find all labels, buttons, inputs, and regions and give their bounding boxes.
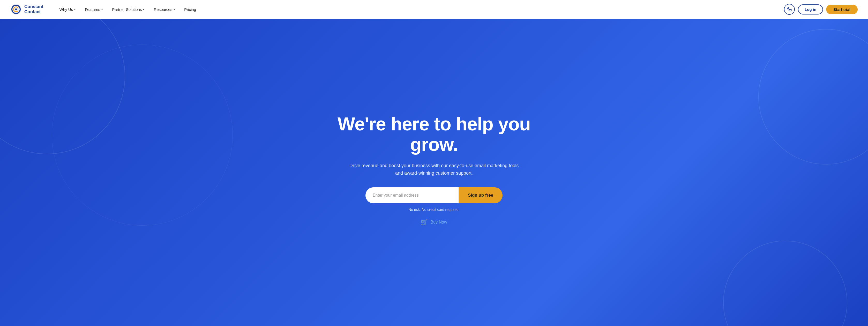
hero-subtitle: Drive revenue and boost your business wi…: [346, 162, 522, 177]
phone-button[interactable]: [784, 4, 795, 15]
chevron-down-icon: ▾: [143, 8, 144, 11]
nav-features[interactable]: Features ▾: [81, 5, 106, 14]
start-trial-button[interactable]: Start trial: [826, 5, 858, 14]
navbar-left: Constant Contact Why Us ▾ Features ▾ Par…: [10, 4, 200, 15]
logo[interactable]: Constant Contact: [10, 4, 43, 15]
hero-section: We're here to help you grow. Drive reven…: [0, 19, 868, 326]
navbar-right: Log in Start trial: [784, 4, 858, 15]
logo-line1: Constant: [24, 4, 43, 9]
navbar: Constant Contact Why Us ▾ Features ▾ Par…: [0, 0, 868, 19]
phone-icon: [787, 7, 792, 12]
nav-partner-solutions[interactable]: Partner Solutions ▾: [108, 5, 148, 14]
decorative-circle-3: [52, 45, 233, 226]
nav-why-us[interactable]: Why Us ▾: [56, 5, 80, 14]
chevron-down-icon: ▾: [174, 8, 175, 11]
chevron-down-icon: ▾: [101, 8, 103, 11]
nav-resources[interactable]: Resources ▾: [150, 5, 179, 14]
logo-text: Constant Contact: [24, 4, 43, 14]
login-button[interactable]: Log in: [798, 4, 823, 14]
buy-now-label: Buy Now: [430, 220, 447, 225]
logo-icon: [10, 4, 22, 15]
hero-form: Sign up free: [318, 187, 550, 203]
cart-icon: 🛒: [421, 219, 428, 226]
svg-point-1: [15, 8, 17, 10]
hero-title: We're here to help you grow.: [318, 114, 550, 155]
logo-line2: Contact: [24, 9, 43, 14]
chevron-down-icon: ▾: [74, 8, 75, 11]
email-input[interactable]: [366, 187, 459, 203]
nav-links: Why Us ▾ Features ▾ Partner Solutions ▾ …: [56, 5, 200, 14]
no-risk-text: No risk. No credit card required.: [318, 208, 550, 212]
buy-now-link[interactable]: 🛒 Buy Now: [318, 219, 550, 226]
decorative-circle-2: [723, 241, 847, 326]
signup-button[interactable]: Sign up free: [459, 187, 502, 203]
nav-pricing[interactable]: Pricing: [181, 5, 200, 14]
hero-content: We're here to help you grow. Drive reven…: [318, 114, 550, 226]
